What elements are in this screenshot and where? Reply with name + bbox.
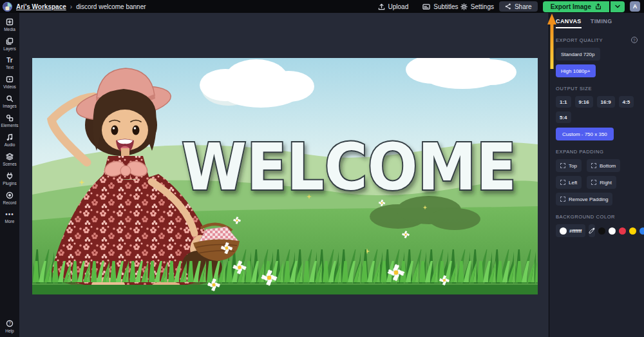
gear-icon — [460, 3, 468, 10]
images-search-icon — [6, 95, 14, 102]
tab-canvas[interactable]: CANVAS — [556, 18, 582, 28]
checkbox-icon — [591, 163, 596, 168]
upload-icon — [378, 3, 385, 10]
padding-bottom-checkbox[interactable]: Bottom — [587, 159, 620, 172]
sidebar-item-record[interactable]: Record — [0, 191, 19, 205]
sidebar-item-help[interactable]: ? Help — [0, 320, 19, 333]
upload-button[interactable]: Upload — [378, 3, 409, 10]
sidebar-item-plugins[interactable]: Plugins — [0, 172, 19, 186]
editor-workspace: WELCOME — [19, 13, 549, 337]
sidebar-item-audio[interactable]: Audio — [0, 133, 19, 147]
padding-right-checkbox[interactable]: Right — [587, 176, 616, 189]
share-button[interactable]: Share — [499, 1, 538, 12]
subtitles-icon — [422, 3, 430, 10]
current-color-dot — [560, 227, 567, 235]
record-icon — [6, 191, 14, 199]
svg-text:?: ? — [8, 321, 11, 325]
panel-tabs: CANVAS TIMING — [556, 13, 638, 28]
background-color-title: BACKGROUND COLOR — [556, 214, 638, 220]
ratio-5-4-button[interactable]: 5:4 — [556, 111, 571, 123]
expand-padding-options: Top Bottom Left Right Remove Padding — [556, 159, 638, 206]
expand-padding-title: EXPAND PADDING — [556, 149, 638, 155]
export-quality-title: EXPORT QUALITY ? — [556, 37, 638, 43]
text-icon: Tr — [6, 57, 12, 64]
export-quality-help-icon[interactable]: ? — [631, 37, 638, 43]
swatch-red[interactable] — [619, 227, 626, 235]
breadcrumb-separator: › — [70, 3, 72, 10]
app-logo-icon[interactable] — [3, 2, 12, 12]
canvas-banner[interactable]: WELCOME — [32, 58, 538, 294]
output-size-title: OUTPUT SIZE — [556, 86, 638, 91]
ratio-1-1-button[interactable]: 1:1 — [556, 96, 571, 108]
ratio-4-5-button[interactable]: 4:5 — [619, 96, 634, 108]
export-options-chevron[interactable] — [611, 1, 625, 12]
top-bar: Ari's Workspace › discord welcome banner… — [0, 0, 644, 13]
layers-icon — [6, 37, 14, 45]
sidebar-item-images[interactable]: Images — [0, 95, 19, 108]
background-color-controls: #ffffff — [556, 224, 638, 237]
elements-icon — [6, 114, 14, 122]
plugins-icon — [6, 172, 14, 180]
videos-icon — [6, 75, 14, 83]
quality-standard-720p-button[interactable]: Standard 720p — [556, 48, 600, 61]
checkbox-icon — [560, 197, 565, 202]
checkbox-icon — [560, 163, 565, 168]
ratio-16-9-button[interactable]: 16:9 — [597, 96, 615, 108]
right-panel: CANVAS TIMING EXPORT QUALITY ? Standard … — [549, 13, 644, 337]
sidebar-item-layers[interactable]: Layers — [0, 37, 19, 51]
remove-padding-checkbox[interactable]: Remove Padding — [556, 193, 612, 206]
checkbox-icon — [591, 180, 596, 185]
user-avatar[interactable]: A — [630, 1, 640, 12]
sidebar-item-media[interactable]: Media — [0, 18, 19, 32]
ratio-9-16-button[interactable]: 9:16 — [575, 96, 593, 108]
media-icon — [6, 18, 14, 26]
export-quality-options: Standard 720p High 1080p+ — [556, 48, 638, 77]
eyedropper-icon — [589, 227, 595, 234]
ratio-buttons: 1:1 9:16 16:9 4:5 5:4 — [556, 96, 638, 123]
sidebar-item-scenes[interactable]: Scenes — [0, 153, 19, 166]
project-title[interactable]: discord welcome banner — [76, 3, 146, 10]
help-icon: ? — [6, 320, 14, 327]
banner-artwork: WELCOME — [32, 58, 538, 294]
padding-left-checkbox[interactable]: Left — [556, 176, 582, 189]
quality-high-1080p-button[interactable]: High 1080p+ — [556, 64, 596, 77]
workspace-link[interactable]: Ari's Workspace — [16, 3, 66, 10]
topbar-right: Settings Share Export Image — [460, 1, 644, 12]
more-icon: ••• — [5, 211, 14, 218]
current-color-button[interactable]: #ffffff — [556, 224, 585, 237]
sidebar-item-videos[interactable]: Videos — [0, 75, 19, 89]
settings-button[interactable]: Settings — [460, 3, 494, 10]
tab-timing[interactable]: TIMING — [591, 18, 612, 28]
swatch-yellow[interactable] — [629, 227, 636, 235]
padding-top-checkbox[interactable]: Top — [556, 159, 582, 172]
sidebar-item-elements[interactable]: Elements — [0, 114, 19, 128]
eyedropper-button[interactable] — [589, 224, 595, 237]
export-icon — [595, 3, 601, 10]
swatch-black[interactable] — [598, 227, 605, 235]
sidebar-item-more[interactable]: ••• More — [0, 211, 19, 224]
checkbox-icon — [560, 180, 565, 185]
subtitles-button[interactable]: Subtitles — [422, 3, 458, 10]
custom-size-button[interactable]: Custom - 750 x 350 — [556, 128, 614, 140]
share-icon — [505, 3, 511, 10]
chevron-down-icon — [615, 5, 620, 8]
sidebar-item-text[interactable]: Tr Text — [0, 57, 19, 70]
topbar-center: Upload Subtitles — [378, 3, 459, 10]
breadcrumb: Ari's Workspace › discord welcome banner — [0, 2, 146, 12]
left-sidebar: Media Layers Tr Text Videos Images Eleme… — [0, 13, 19, 337]
export-image-button[interactable]: Export Image — [543, 1, 609, 12]
scenes-icon — [6, 153, 14, 160]
export-group: Export Image — [543, 1, 625, 12]
swatch-blue[interactable] — [639, 227, 644, 235]
audio-icon — [6, 133, 14, 141]
welcome-headline: WELCOME — [182, 130, 516, 205]
swatch-white[interactable] — [609, 227, 616, 235]
